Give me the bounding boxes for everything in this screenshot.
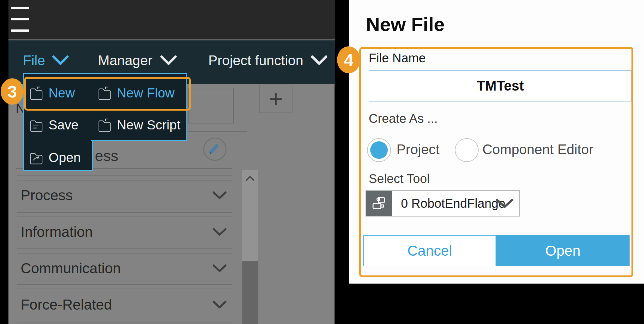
- section-label: Force-Related: [21, 296, 112, 313]
- scroll-up-icon[interactable]: [245, 175, 255, 181]
- menubar-item-project-function[interactable]: Project function: [208, 53, 328, 68]
- chevron-down-icon: [212, 228, 227, 237]
- section-label: Communication: [21, 260, 121, 277]
- chevron-down-icon: [212, 300, 227, 309]
- menubar-project-function-label: Project function: [208, 53, 303, 68]
- hamburger-button[interactable]: [11, 6, 30, 33]
- divider: [17, 175, 232, 176]
- screen: File Manager Project function N + ess: [0, 0, 644, 324]
- divider: [17, 217, 232, 217]
- scrollbar-thumb[interactable]: [242, 261, 258, 324]
- chevron-down-icon: [52, 55, 69, 66]
- menu-item-open[interactable]: Open: [29, 150, 81, 165]
- divider: [17, 289, 232, 289]
- chevron-down-icon: [160, 55, 177, 66]
- callout-box-step4: [359, 47, 633, 277]
- menu-item-save[interactable]: Save: [29, 118, 79, 133]
- edit-button[interactable]: [203, 138, 226, 161]
- menu-item-label: New Script: [117, 118, 180, 133]
- callout-badge-4: 4: [337, 46, 360, 73]
- menubar-item-file[interactable]: File: [23, 53, 69, 68]
- divider: [17, 284, 232, 285]
- top-bar: [8, 0, 335, 39]
- section-label: Information: [21, 223, 93, 240]
- scrollbar-track[interactable]: [242, 170, 258, 324]
- menu-item-label: Save: [49, 118, 79, 133]
- divider: [17, 248, 232, 249]
- divider: [17, 180, 232, 180]
- divider: [17, 212, 232, 213]
- section-label: Process: [21, 187, 73, 204]
- divider: [17, 253, 232, 253]
- divider: [188, 131, 247, 132]
- callout-badge-4-number: 4: [344, 50, 353, 70]
- menu-item-label: Open: [49, 150, 81, 165]
- divider: [17, 322, 232, 322]
- menu-item-new-script[interactable]: New Script: [97, 118, 180, 133]
- section-row-process[interactable]: Process: [17, 187, 232, 204]
- section-row-information[interactable]: Information: [17, 223, 232, 241]
- menubar-file-label: File: [23, 53, 45, 68]
- callout-box-step3: [24, 77, 191, 111]
- name-text-field[interactable]: [188, 88, 234, 123]
- folder-open-icon: [29, 151, 44, 165]
- folder-new-icon: [97, 118, 112, 132]
- menubar-manager-label: Manager: [98, 53, 153, 68]
- hidden-word-fragment: ess: [95, 147, 118, 165]
- dialog-title: New File: [366, 13, 445, 35]
- section-row-force-related[interactable]: Force-Related: [17, 296, 232, 314]
- add-button[interactable]: +: [259, 85, 293, 113]
- chevron-down-icon: [212, 191, 227, 200]
- folder-save-icon: [29, 118, 44, 132]
- menubar-item-manager[interactable]: Manager: [98, 53, 177, 68]
- callout-badge-3-number: 3: [8, 82, 17, 101]
- section-row-communication[interactable]: Communication: [17, 260, 232, 277]
- pencil-icon: [203, 138, 225, 159]
- callout-badge-3: 3: [1, 78, 24, 105]
- chevron-down-icon: [311, 55, 328, 66]
- chevron-down-icon: [212, 264, 227, 273]
